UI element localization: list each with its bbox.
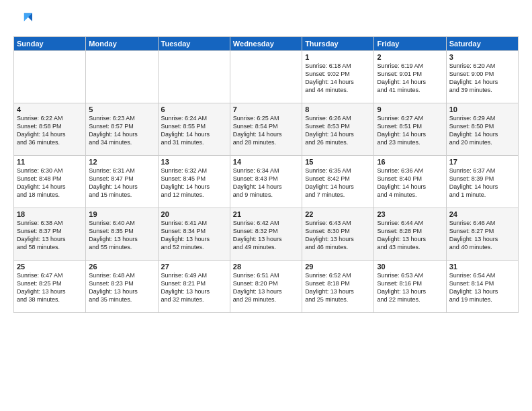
week-row-4: 18Sunrise: 6:38 AM Sunset: 8:37 PM Dayli… [14, 208, 519, 261]
day-cell: 13Sunrise: 6:32 AM Sunset: 8:45 PM Dayli… [158, 156, 230, 208]
day-info: Sunrise: 6:51 AM Sunset: 8:20 PM Dayligh… [233, 271, 299, 304]
day-number: 7 [233, 105, 299, 113]
day-info: Sunrise: 6:47 AM Sunset: 8:25 PM Dayligh… [17, 271, 83, 304]
day-number: 2 [377, 53, 443, 61]
day-info: Sunrise: 6:22 AM Sunset: 8:58 PM Dayligh… [17, 114, 83, 147]
day-cell: 20Sunrise: 6:41 AM Sunset: 8:34 PM Dayli… [158, 208, 230, 261]
day-cell: 19Sunrise: 6:40 AM Sunset: 8:35 PM Dayli… [86, 208, 158, 261]
day-info: Sunrise: 6:25 AM Sunset: 8:54 PM Dayligh… [233, 114, 299, 147]
day-number: 6 [161, 105, 227, 113]
day-cell: 4Sunrise: 6:22 AM Sunset: 8:58 PM Daylig… [14, 103, 86, 156]
day-info: Sunrise: 6:35 AM Sunset: 8:42 PM Dayligh… [305, 167, 371, 199]
day-number: 23 [377, 210, 443, 218]
day-info: Sunrise: 6:53 AM Sunset: 8:16 PM Dayligh… [377, 271, 443, 304]
day-cell: 25Sunrise: 6:47 AM Sunset: 8:25 PM Dayli… [14, 261, 86, 313]
day-number: 30 [377, 263, 443, 271]
day-info: Sunrise: 6:37 AM Sunset: 8:39 PM Dayligh… [449, 167, 515, 199]
col-header-saturday: Saturday [446, 37, 518, 51]
col-header-tuesday: Tuesday [158, 37, 230, 51]
day-number: 9 [377, 105, 443, 113]
day-info: Sunrise: 6:26 AM Sunset: 8:53 PM Dayligh… [305, 114, 371, 147]
day-info: Sunrise: 6:48 AM Sunset: 8:23 PM Dayligh… [89, 271, 154, 304]
calendar-table: SundayMondayTuesdayWednesdayThursdayFrid… [13, 36, 519, 313]
day-cell: 1Sunrise: 6:18 AM Sunset: 9:02 PM Daylig… [302, 51, 374, 103]
day-info: Sunrise: 6:29 AM Sunset: 8:50 PM Dayligh… [449, 114, 515, 147]
col-header-thursday: Thursday [302, 37, 374, 51]
day-info: Sunrise: 6:46 AM Sunset: 8:27 PM Dayligh… [449, 219, 515, 252]
day-info: Sunrise: 6:49 AM Sunset: 8:21 PM Dayligh… [161, 271, 227, 304]
col-header-friday: Friday [374, 37, 446, 51]
day-cell: 16Sunrise: 6:36 AM Sunset: 8:40 PM Dayli… [374, 156, 446, 208]
day-info: Sunrise: 6:23 AM Sunset: 8:57 PM Dayligh… [89, 114, 154, 147]
day-number: 14 [233, 158, 299, 166]
day-number: 17 [449, 158, 515, 166]
day-info: Sunrise: 6:52 AM Sunset: 8:18 PM Dayligh… [305, 271, 371, 304]
day-info: Sunrise: 6:24 AM Sunset: 8:55 PM Dayligh… [161, 114, 227, 147]
day-number: 3 [449, 53, 515, 61]
day-cell: 22Sunrise: 6:43 AM Sunset: 8:30 PM Dayli… [302, 208, 374, 261]
day-cell: 14Sunrise: 6:34 AM Sunset: 8:43 PM Dayli… [230, 156, 302, 208]
day-info: Sunrise: 6:27 AM Sunset: 8:51 PM Dayligh… [377, 114, 443, 147]
day-cell: 12Sunrise: 6:31 AM Sunset: 8:47 PM Dayli… [86, 156, 158, 208]
day-number: 19 [89, 210, 154, 218]
day-info: Sunrise: 6:20 AM Sunset: 9:00 PM Dayligh… [449, 62, 515, 95]
day-number: 8 [305, 105, 371, 113]
day-info: Sunrise: 6:38 AM Sunset: 8:37 PM Dayligh… [17, 219, 83, 252]
day-cell: 9Sunrise: 6:27 AM Sunset: 8:51 PM Daylig… [374, 103, 446, 156]
day-info: Sunrise: 6:36 AM Sunset: 8:40 PM Dayligh… [377, 167, 443, 199]
col-header-monday: Monday [86, 37, 158, 51]
header-row: SundayMondayTuesdayWednesdayThursdayFrid… [14, 37, 519, 51]
day-info: Sunrise: 6:43 AM Sunset: 8:30 PM Dayligh… [305, 219, 371, 252]
logo-icon [13, 11, 32, 30]
day-info: Sunrise: 6:40 AM Sunset: 8:35 PM Dayligh… [89, 219, 154, 252]
day-number: 13 [161, 158, 227, 166]
day-cell [230, 51, 302, 103]
day-cell: 26Sunrise: 6:48 AM Sunset: 8:23 PM Dayli… [86, 261, 158, 313]
week-row-5: 25Sunrise: 6:47 AM Sunset: 8:25 PM Dayli… [14, 261, 519, 313]
day-number: 22 [305, 210, 371, 218]
day-cell: 10Sunrise: 6:29 AM Sunset: 8:50 PM Dayli… [446, 103, 518, 156]
day-cell: 2Sunrise: 6:19 AM Sunset: 9:01 PM Daylig… [374, 51, 446, 103]
col-header-wednesday: Wednesday [230, 37, 302, 51]
day-cell: 27Sunrise: 6:49 AM Sunset: 8:21 PM Dayli… [158, 261, 230, 313]
day-number: 4 [17, 105, 83, 113]
day-number: 31 [449, 263, 515, 271]
week-row-2: 4Sunrise: 6:22 AM Sunset: 8:58 PM Daylig… [14, 103, 519, 156]
day-cell: 5Sunrise: 6:23 AM Sunset: 8:57 PM Daylig… [86, 103, 158, 156]
day-cell [158, 51, 230, 103]
day-info: Sunrise: 6:34 AM Sunset: 8:43 PM Dayligh… [233, 167, 299, 199]
day-cell: 23Sunrise: 6:44 AM Sunset: 8:28 PM Dayli… [374, 208, 446, 261]
day-number: 18 [17, 210, 83, 218]
day-cell [86, 51, 158, 103]
day-number: 26 [89, 263, 154, 271]
week-row-3: 11Sunrise: 6:30 AM Sunset: 8:48 PM Dayli… [14, 156, 519, 208]
day-cell: 21Sunrise: 6:42 AM Sunset: 8:32 PM Dayli… [230, 208, 302, 261]
day-number: 15 [305, 158, 371, 166]
day-info: Sunrise: 6:19 AM Sunset: 9:01 PM Dayligh… [377, 62, 443, 95]
day-info: Sunrise: 6:42 AM Sunset: 8:32 PM Dayligh… [233, 219, 299, 252]
day-cell: 7Sunrise: 6:25 AM Sunset: 8:54 PM Daylig… [230, 103, 302, 156]
day-number: 5 [89, 105, 154, 113]
day-cell [14, 51, 86, 103]
day-cell: 31Sunrise: 6:54 AM Sunset: 8:14 PM Dayli… [446, 261, 518, 313]
day-cell: 3Sunrise: 6:20 AM Sunset: 9:00 PM Daylig… [446, 51, 518, 103]
day-info: Sunrise: 6:41 AM Sunset: 8:34 PM Dayligh… [161, 219, 227, 252]
day-number: 27 [161, 263, 227, 271]
day-info: Sunrise: 6:54 AM Sunset: 8:14 PM Dayligh… [449, 271, 515, 304]
day-cell: 11Sunrise: 6:30 AM Sunset: 8:48 PM Dayli… [14, 156, 86, 208]
day-number: 21 [233, 210, 299, 218]
page: SundayMondayTuesdayWednesdayThursdayFrid… [0, 0, 532, 411]
day-info: Sunrise: 6:31 AM Sunset: 8:47 PM Dayligh… [89, 167, 154, 199]
day-number: 28 [233, 263, 299, 271]
day-cell: 8Sunrise: 6:26 AM Sunset: 8:53 PM Daylig… [302, 103, 374, 156]
day-cell: 15Sunrise: 6:35 AM Sunset: 8:42 PM Dayli… [302, 156, 374, 208]
day-info: Sunrise: 6:18 AM Sunset: 9:02 PM Dayligh… [305, 62, 371, 95]
day-info: Sunrise: 6:44 AM Sunset: 8:28 PM Dayligh… [377, 219, 443, 252]
logo [13, 11, 35, 30]
day-number: 1 [305, 53, 371, 61]
header [13, 11, 519, 30]
day-cell: 28Sunrise: 6:51 AM Sunset: 8:20 PM Dayli… [230, 261, 302, 313]
day-cell: 30Sunrise: 6:53 AM Sunset: 8:16 PM Dayli… [374, 261, 446, 313]
day-cell: 6Sunrise: 6:24 AM Sunset: 8:55 PM Daylig… [158, 103, 230, 156]
day-number: 29 [305, 263, 371, 271]
